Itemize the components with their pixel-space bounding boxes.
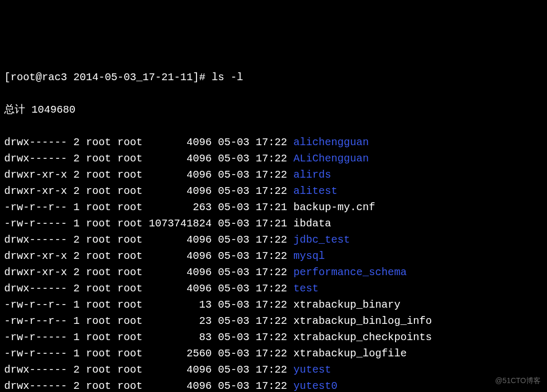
file-row: drwxr-xr-x 2 root root 4096 05-03 17:22 …: [4, 248, 543, 264]
directory-name: yutest0: [293, 380, 337, 392]
file-meta: drwx------ 2 root root 4096 05-03 17:22: [4, 136, 293, 148]
file-meta: drwx------ 2 root root 4096 05-03 17:22: [4, 364, 293, 376]
file-meta: drwxr-xr-x 2 root root 4096 05-03 17:22: [4, 250, 293, 262]
file-row: -rw-r--r-- 1 root root 23 05-03 17:22 xt…: [4, 313, 543, 329]
file-meta: -rw-r--r-- 1 root root 23 05-03 17:22: [4, 315, 293, 327]
file-row: drwx------ 2 root root 4096 05-03 17:22 …: [4, 134, 543, 150]
file-name: backup-my.cnf: [293, 201, 375, 213]
file-name: xtrabackup_binary: [293, 299, 400, 311]
file-row: -rw-r----- 1 root root 1073741824 05-03 …: [4, 215, 543, 232]
file-meta: -rw-r----- 1 root root 83 05-03 17:22: [4, 331, 293, 343]
directory-name: performance_schema: [293, 266, 407, 278]
file-row: drwx------ 2 root root 4096 05-03 17:22 …: [4, 378, 543, 392]
directory-name: alitest: [293, 185, 337, 197]
file-meta: -rw-r--r-- 1 root root 13 05-03 17:22: [4, 299, 293, 311]
file-row: drwxr-xr-x 2 root root 4096 05-03 17:22 …: [4, 183, 543, 199]
file-row: drwx------ 2 root root 4096 05-03 17:22 …: [4, 232, 543, 248]
file-name: xtrabackup_binlog_info: [293, 315, 432, 327]
file-row: -rw-r----- 1 root root 83 05-03 17:22 xt…: [4, 329, 543, 345]
directory-name: ALiChengguan: [293, 153, 369, 165]
directory-name: test: [293, 282, 319, 295]
directory-name: alichengguan: [293, 136, 369, 148]
file-meta: drwxr-xr-x 2 root root 4096 05-03 17:22: [4, 169, 293, 181]
file-name: xtrabackup_logfile: [293, 347, 407, 360]
file-name: ibdata: [293, 217, 331, 230]
file-row: drwxr-xr-x 2 root root 4096 05-03 17:22 …: [4, 264, 543, 280]
file-row: -rw-r--r-- 1 root root 13 05-03 17:22 xt…: [4, 297, 543, 313]
file-row: drwxr-xr-x 2 root root 4096 05-03 17:22 …: [4, 167, 543, 183]
file-meta: drwx------ 2 root root 4096 05-03 17:22: [4, 282, 293, 295]
watermark: @51CTO博客: [495, 375, 541, 387]
total-line: 总计 1049680: [4, 102, 543, 118]
directory-name: alirds: [293, 169, 331, 181]
file-row: drwx------ 2 root root 4096 05-03 17:22 …: [4, 150, 543, 167]
file-meta: drwx------ 2 root root 4096 05-03 17:22: [4, 234, 293, 246]
directory-name: yutest: [293, 364, 331, 376]
file-name: xtrabackup_checkpoints: [293, 331, 432, 343]
file-row: drwx------ 2 root root 4096 05-03 17:22 …: [4, 362, 543, 378]
file-row: -rw-r----- 1 root root 2560 05-03 17:22 …: [4, 345, 543, 362]
file-meta: -rw-r--r-- 1 root root 263 05-03 17:21: [4, 201, 293, 213]
directory-name: mysql: [293, 250, 325, 262]
file-meta: drwx------ 2 root root 4096 05-03 17:22: [4, 153, 293, 165]
file-meta: -rw-r----- 1 root root 1073741824 05-03 …: [4, 217, 293, 230]
directory-name: jdbc_test: [293, 234, 350, 246]
file-listing: drwx------ 2 root root 4096 05-03 17:22 …: [4, 134, 543, 392]
file-meta: drwx------ 2 root root 4096 05-03 17:22: [4, 380, 293, 392]
terminal-prompt: [root@rac3 2014-05-03_17-21-11]# ls -l: [4, 69, 543, 85]
file-meta: -rw-r----- 1 root root 2560 05-03 17:22: [4, 347, 293, 360]
file-row: -rw-r--r-- 1 root root 263 05-03 17:21 b…: [4, 199, 543, 215]
file-row: drwx------ 2 root root 4096 05-03 17:22 …: [4, 280, 543, 297]
file-meta: drwxr-xr-x 2 root root 4096 05-03 17:22: [4, 266, 293, 278]
file-meta: drwxr-xr-x 2 root root 4096 05-03 17:22: [4, 185, 293, 197]
